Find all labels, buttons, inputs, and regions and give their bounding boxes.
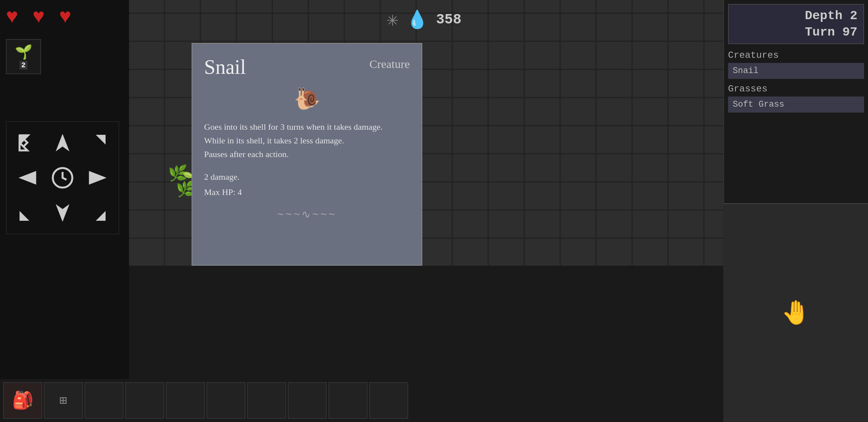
- grass-icon: 🌱: [15, 44, 32, 61]
- modal-type: Creature: [369, 57, 410, 71]
- inv-slot-2[interactable]: ⊞: [44, 382, 83, 419]
- heart-3: ♥: [59, 6, 82, 29]
- n-arrow-icon: [51, 131, 74, 154]
- nw-arrow-icon: [16, 131, 39, 154]
- movement-controls: [6, 121, 119, 234]
- sw-arrow-icon: [16, 201, 39, 225]
- inv-slot-7[interactable]: [247, 382, 286, 419]
- grass-count: 2: [20, 61, 28, 70]
- backpack-icon: 🎒: [12, 390, 34, 411]
- modal-stats: 2 damage. Max HP: 4: [204, 169, 410, 200]
- grasses-section-label: Grasses: [728, 84, 864, 94]
- top-hud: ♥ ♥ ♥: [0, 0, 868, 43]
- inv-slot-8[interactable]: [288, 382, 327, 419]
- wait-icon: [51, 166, 74, 190]
- e-arrow-icon: [86, 166, 109, 190]
- svg-marker-3: [18, 171, 36, 184]
- grass-soft-grass-item[interactable]: Soft Grass: [728, 97, 864, 113]
- svg-marker-2: [96, 135, 106, 145]
- w-arrow-icon: [16, 166, 39, 190]
- modal-creature-icon: 🐌: [204, 86, 410, 112]
- move-nw-button[interactable]: [11, 126, 44, 159]
- modal-divider: ~~~∿~~~: [204, 208, 410, 221]
- move-w-button[interactable]: [11, 161, 44, 194]
- inv-slot-9[interactable]: [328, 382, 368, 419]
- hand-icon: 🤚: [781, 299, 811, 327]
- heart-1: ♥: [6, 6, 29, 29]
- modal-description: Goes into its shell for 3 turns when it …: [204, 120, 410, 161]
- svg-marker-1: [56, 134, 69, 151]
- s-arrow-icon: [51, 201, 74, 225]
- grid-icon: ⊞: [59, 393, 67, 408]
- inv-slot-10[interactable]: [369, 382, 408, 419]
- heart-2: ♥: [32, 6, 56, 29]
- svg-marker-8: [96, 211, 106, 221]
- inv-slot-1[interactable]: 🎒: [3, 382, 42, 419]
- se-arrow-icon: [86, 201, 109, 225]
- ne-arrow-icon: [86, 131, 109, 154]
- move-se-button[interactable]: [81, 197, 115, 230]
- move-s-button[interactable]: [46, 197, 79, 230]
- creatures-section-label: Creatures: [728, 50, 864, 61]
- move-e-button[interactable]: [81, 161, 115, 194]
- creature-info-modal[interactable]: Snail Creature 🐌 Goes into its shell for…: [192, 43, 422, 266]
- move-n-button[interactable]: [46, 126, 79, 159]
- lower-right-panel: 🤚: [723, 203, 868, 422]
- inv-slot-4[interactable]: [125, 382, 164, 419]
- svg-marker-6: [20, 211, 29, 221]
- inventory-bar: 🎒 ⊞: [0, 379, 473, 422]
- move-sw-button[interactable]: [11, 197, 44, 230]
- wait-button[interactable]: [46, 161, 79, 194]
- inv-slot-6[interactable]: [206, 382, 246, 419]
- creature-snail-item[interactable]: Snail: [728, 63, 864, 79]
- move-ne-button[interactable]: [81, 126, 115, 159]
- grass-item-slot[interactable]: 🌱 2: [6, 39, 41, 74]
- inv-slot-5[interactable]: [166, 382, 205, 419]
- hearts-container: ♥ ♥ ♥: [6, 6, 82, 29]
- inv-slot-3[interactable]: [84, 382, 124, 419]
- svg-marker-7: [56, 204, 69, 222]
- svg-marker-5: [89, 171, 107, 184]
